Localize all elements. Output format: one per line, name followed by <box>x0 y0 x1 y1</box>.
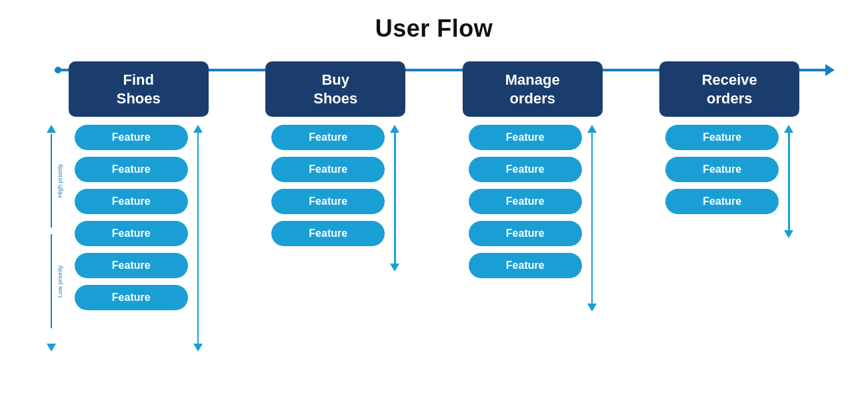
column-manage-orders: Manageorders Feature Feature Feature Fea… <box>456 61 609 312</box>
page-title: User Flow <box>0 0 868 43</box>
feature-btn[interactable]: Feature <box>75 189 188 214</box>
col1-double-arrow <box>193 125 203 352</box>
feature-list-manage-orders: Feature Feature Feature Feature Feature <box>469 125 582 278</box>
page: User Flow FindShoes High priority Lo <box>0 0 868 415</box>
feature-list-find-shoes: Feature Feature Feature Feature Feature … <box>75 125 188 310</box>
feature-list-receive-orders: Feature Feature Feature <box>665 125 779 214</box>
priority-low-label: Low priority <box>56 265 63 298</box>
feature-btn[interactable]: Feature <box>469 253 582 278</box>
feature-btn[interactable]: Feature <box>75 157 188 182</box>
feature-btn[interactable]: Feature <box>75 253 188 278</box>
feature-btn[interactable]: Feature <box>665 189 779 214</box>
col-header-manage-orders: Manageorders <box>463 61 603 117</box>
feature-btn[interactable]: Feature <box>271 221 385 246</box>
priority-high-label: High priority <box>56 164 63 198</box>
feature-btn[interactable]: Feature <box>271 125 385 150</box>
col-header-receive-orders: Receiveorders <box>659 61 799 117</box>
feature-list-buy-shoes: Feature Feature Feature Feature <box>271 125 385 246</box>
feature-btn[interactable]: Feature <box>271 189 385 214</box>
column-receive-orders: Receiveorders Feature Feature Feature <box>653 61 806 238</box>
columns-container: FindShoes High priority Low priority <box>0 61 868 352</box>
feature-btn[interactable]: Feature <box>469 221 582 246</box>
feature-btn[interactable]: Feature <box>75 221 188 246</box>
feature-btn[interactable]: Feature <box>75 125 188 150</box>
col4-double-arrow <box>784 125 793 238</box>
column-find-shoes: FindShoes High priority Low priority <box>62 61 215 352</box>
column-buy-shoes: BuyShoes Feature Feature Feature Feature <box>259 61 412 272</box>
feature-btn[interactable]: Feature <box>469 125 582 150</box>
feature-btn[interactable]: Feature <box>469 157 582 182</box>
col-header-find-shoes: FindShoes <box>69 61 209 117</box>
col2-double-arrow <box>390 125 399 272</box>
col-header-buy-shoes: BuyShoes <box>265 61 405 117</box>
feature-btn[interactable]: Feature <box>271 157 385 182</box>
feature-btn[interactable]: Feature <box>665 125 779 150</box>
feature-btn[interactable]: Feature <box>75 285 188 310</box>
col3-double-arrow <box>587 125 597 312</box>
feature-btn[interactable]: Feature <box>665 157 779 182</box>
feature-btn[interactable]: Feature <box>469 189 582 214</box>
